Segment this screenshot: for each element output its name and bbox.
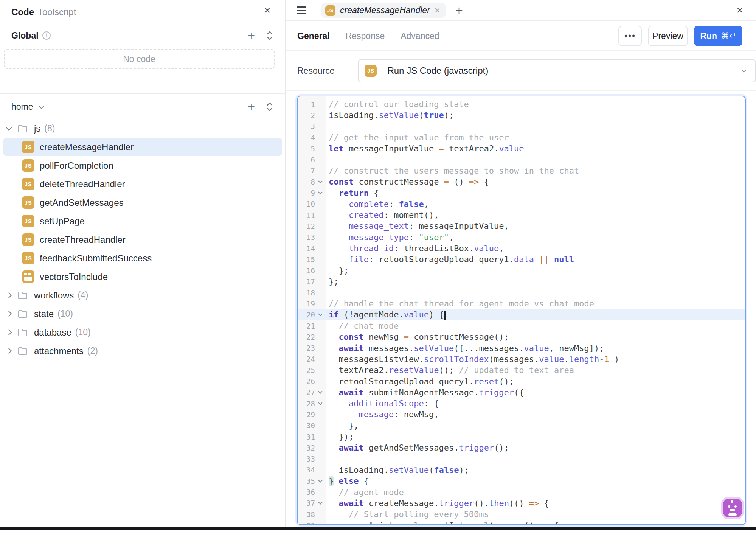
line-number: 12 xyxy=(298,222,315,230)
line-number: 23 xyxy=(298,344,315,352)
code-line-22: 22 const newMsg = constructMessage(); xyxy=(298,331,745,342)
line-number: 9 xyxy=(298,189,315,197)
code-line-14: 14 thread_id: threadListBox.value, xyxy=(298,243,745,254)
divider xyxy=(286,90,756,91)
tab-response[interactable]: Response xyxy=(346,31,385,41)
code-line-29: 29 message: newMsg, xyxy=(298,409,745,420)
chevron-right-icon[interactable] xyxy=(6,329,12,336)
new-tab-button[interactable]: + xyxy=(455,3,463,18)
tree-item-createThreadHandler[interactable]: JScreateThreadHandler xyxy=(0,230,285,249)
line-number: 35 xyxy=(298,477,315,485)
menu-icon[interactable] xyxy=(297,6,306,14)
fold-icon[interactable] xyxy=(318,522,322,525)
tree-item-createMessageHandler[interactable]: JScreateMessageHandler xyxy=(0,138,285,156)
chevron-right-icon[interactable] xyxy=(6,348,12,354)
tree-item-feedbackSubmittedSuccess[interactable]: JSfeedbackSubmittedSuccess xyxy=(0,249,285,267)
code-line-18: 18 xyxy=(298,287,745,298)
code-line-27: 27 await submitNonAgentMessage.trigger({ xyxy=(298,387,745,398)
line-number: 25 xyxy=(298,366,315,374)
tree-item-workflows[interactable]: workflows(4) xyxy=(0,286,285,305)
chevron-down-icon[interactable] xyxy=(6,125,12,131)
resource-row: Resource JS Run JS Code (javascript) xyxy=(286,51,756,90)
line-number: 39 xyxy=(298,521,315,525)
tab-advanced[interactable]: Advanced xyxy=(401,31,439,41)
line-number: 1 xyxy=(298,100,315,109)
resource-select[interactable]: JS Run JS Code (javascript) xyxy=(358,59,756,82)
chevron-right-icon[interactable] xyxy=(6,292,12,298)
ai-assistant-button[interactable] xyxy=(723,499,742,517)
tab-code[interactable]: Code xyxy=(11,7,34,17)
folder-icon xyxy=(17,347,29,356)
tab-toolscript[interactable]: Toolscript xyxy=(38,7,76,17)
line-number: 18 xyxy=(298,289,315,297)
tree-item-deleteThreadHandler[interactable]: JSdeleteThreadHandler xyxy=(0,175,285,193)
line-number: 16 xyxy=(298,266,315,275)
line-number: 26 xyxy=(298,377,315,385)
folder-icon xyxy=(17,328,29,337)
add-item-button[interactable]: + xyxy=(248,101,255,112)
code-line-13: 13 message_type: "user", xyxy=(298,232,745,243)
tab-close-icon[interactable]: × xyxy=(435,5,440,15)
line-number: 19 xyxy=(298,300,315,308)
tree-item-setUpPage[interactable]: JSsetUpPage xyxy=(0,212,285,230)
add-code-button[interactable]: + xyxy=(248,30,255,41)
line-number: 36 xyxy=(298,488,315,496)
tree-item-pollForCompletion[interactable]: JSpollForCompletion xyxy=(0,156,285,175)
line-number: 17 xyxy=(298,277,315,286)
line-number: 10 xyxy=(298,200,315,208)
code-line-30: 30 }, xyxy=(298,420,745,431)
line-number: 29 xyxy=(298,410,315,419)
resource-label: Resource xyxy=(297,66,334,76)
close-panel-icon[interactable]: × xyxy=(736,5,743,16)
item-count: (4) xyxy=(78,290,88,300)
code-line-4: 4// get the input value from the user xyxy=(298,132,745,143)
item-count: (2) xyxy=(87,346,98,356)
more-options-button[interactable]: ••• xyxy=(618,26,642,46)
fold-icon[interactable] xyxy=(318,401,322,405)
code-line-16: 16 }; xyxy=(298,265,745,276)
tree-item-js[interactable]: js(8) xyxy=(0,119,285,138)
line-number: 37 xyxy=(298,499,315,507)
code-line-36: 36 // agent mode xyxy=(298,486,745,497)
tab-general[interactable]: General xyxy=(297,31,330,41)
js-badge-icon: JS xyxy=(22,178,34,190)
scope-dropdown[interactable]: home xyxy=(11,102,33,112)
code-line-31: 31 }); xyxy=(298,431,745,442)
tree-item-database[interactable]: database(10) xyxy=(0,323,285,342)
code-ide-window: Code Toolscript × Global i + No code hom… xyxy=(0,0,756,533)
resource-value: Run JS Code (javascript) xyxy=(387,65,488,76)
editor-tab-createMessageHandler[interactable]: JS createMessageHandler × xyxy=(321,3,446,18)
tree-item-state[interactable]: state(10) xyxy=(0,305,285,323)
close-icon[interactable]: × xyxy=(264,5,271,16)
code-line-5: 5let messageInputValue = textArea2.value xyxy=(298,143,745,154)
sort-icon[interactable] xyxy=(265,101,274,112)
tree-item-vectorsToInclude[interactable]: vectorsToInclude xyxy=(0,267,285,286)
line-number: 30 xyxy=(298,421,315,430)
global-section-header: Global i + xyxy=(11,28,274,43)
code-line-1: 1// control our loading state xyxy=(298,99,745,110)
tree-item-attachments[interactable]: attachments(2) xyxy=(0,342,285,360)
tree-item-getAndSetMessages[interactable]: JSgetAndSetMessages xyxy=(0,193,285,212)
window-bottom-edge xyxy=(0,527,756,530)
chevron-right-icon[interactable] xyxy=(6,311,12,317)
run-button[interactable]: Run ⌘↵ xyxy=(694,26,742,46)
fold-icon[interactable] xyxy=(318,478,322,482)
no-code-placeholder: No code xyxy=(4,49,275,69)
fold-icon[interactable] xyxy=(318,190,322,194)
item-count: (10) xyxy=(57,309,73,319)
line-number: 21 xyxy=(298,322,315,330)
code-line-33: 33 xyxy=(298,454,745,465)
code-editor[interactable]: 1// control our loading state2isLoading.… xyxy=(297,96,746,525)
fold-icon[interactable] xyxy=(318,500,322,505)
fold-icon[interactable] xyxy=(318,179,322,183)
line-number: 14 xyxy=(298,244,315,253)
fold-icon[interactable] xyxy=(318,390,322,394)
js-badge-icon: JS xyxy=(22,141,34,153)
code-line-37: 37 await createMessage.trigger().then(()… xyxy=(298,498,745,509)
sort-icon[interactable] xyxy=(265,30,274,41)
folder-icon xyxy=(17,309,29,319)
preview-button[interactable]: Preview xyxy=(648,26,688,46)
chevron-down-icon xyxy=(741,68,746,73)
file-tree: js(8)JScreateMessageHandlerJSpollForComp… xyxy=(0,119,285,360)
js-badge-icon: JS xyxy=(365,65,377,77)
